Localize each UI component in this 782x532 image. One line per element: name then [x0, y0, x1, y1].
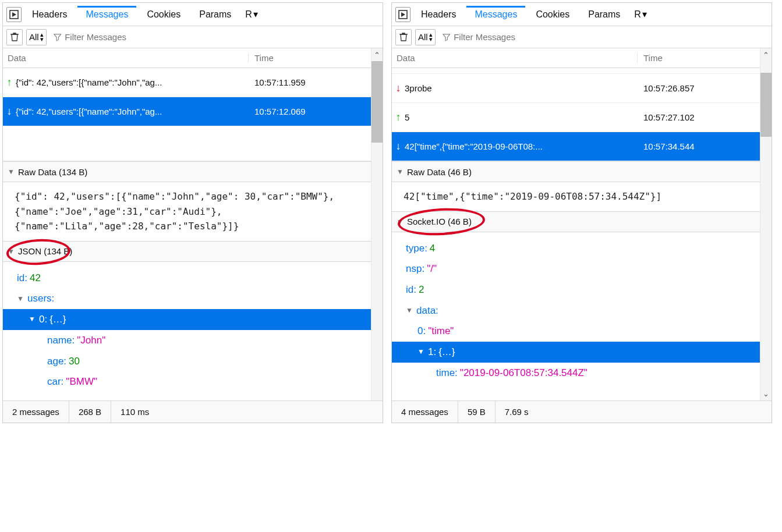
tree-row-users[interactable]: ▼ users:: [3, 288, 371, 309]
tree-row-id[interactable]: id: 2: [392, 279, 760, 300]
tab-params[interactable]: Params: [580, 6, 628, 23]
message-row[interactable]: ↓ 42["time",{"time":"2019-09-06T08:... 1…: [392, 132, 760, 161]
message-time: 10:57:26.857: [638, 83, 760, 93]
tree-row-id[interactable]: id: 42: [3, 268, 371, 289]
chevron-down-icon: ▼: [397, 218, 404, 226]
clear-button[interactable]: [6, 29, 23, 45]
tree-row-d1[interactable]: ▼ 1: {…}: [392, 342, 760, 363]
arrow-up-icon: ↑: [392, 111, 405, 123]
chevron-down-icon: ▾: [642, 9, 647, 20]
val-time: "2019-09-06T08:57:34.544Z": [460, 363, 588, 384]
all-filter-select[interactable]: All ▴▾: [415, 29, 436, 45]
tree-row-data[interactable]: ▼ data:: [392, 300, 760, 321]
tab-headers[interactable]: Headers: [413, 6, 464, 23]
message-time: 10:57:27.102: [638, 112, 760, 122]
tab-params[interactable]: Params: [191, 6, 239, 23]
tree-row-d0[interactable]: 0: "time": [392, 321, 760, 342]
scroll-thumb[interactable]: [760, 73, 772, 137]
svg-marker-1: [12, 12, 16, 17]
tree-row-nsp[interactable]: nsp: "/": [392, 258, 760, 279]
json-section-header[interactable]: ▼ JSON (134 B): [3, 241, 371, 262]
chevron-down-icon: ▼: [29, 312, 37, 327]
tree-row-car[interactable]: car: "BMW": [3, 371, 371, 392]
tree-row-name[interactable]: name: "John": [3, 330, 371, 351]
val-d1: {…}: [438, 342, 455, 363]
tab-r-truncated[interactable]: R ▾: [631, 5, 650, 23]
filter-icon: [443, 33, 451, 41]
message-row[interactable]: ↑ {"id": 42,"users":[{"name":"John","ag.…: [3, 68, 371, 97]
row-partial: [392, 68, 760, 74]
tab-headers[interactable]: Headers: [24, 6, 75, 23]
key-users: users:: [27, 288, 54, 309]
status-duration: 7.69 s: [496, 401, 538, 423]
scrollbar[interactable]: ⌃ ⌄: [760, 48, 772, 400]
raw-data-section-header[interactable]: ▼ Raw Data (46 B): [392, 161, 760, 182]
clear-button[interactable]: [395, 29, 412, 45]
val-0: {…}: [49, 309, 66, 330]
json-title: JSON (134 B): [18, 246, 72, 256]
message-data: {"id": 42,"users":[{"name":"John","ag...: [16, 107, 249, 116]
scroll-thumb[interactable]: [371, 61, 383, 143]
key-0: 0:: [39, 309, 47, 330]
status-message-count: 2 messages: [3, 401, 69, 423]
tree-row-item-0[interactable]: ▼ 0: {…}: [3, 309, 371, 330]
message-row[interactable]: ↑ 5 10:57:27.102: [392, 103, 760, 132]
tree-row-time[interactable]: time: "2019-09-06T08:57:34.544Z": [392, 363, 760, 384]
scroll-down-icon[interactable]: ⌄: [760, 388, 772, 400]
filter-box: [439, 29, 768, 45]
socketio-section-header[interactable]: ▼ Socket.IO (46 B): [392, 211, 760, 232]
all-filter-label: All: [418, 32, 428, 42]
scrollbar[interactable]: ⌃: [371, 48, 383, 400]
key-time: time:: [436, 363, 458, 384]
tab-cookies[interactable]: Cookies: [528, 6, 578, 23]
all-filter-label: All: [29, 32, 39, 42]
raw-data-body: 42["time",{"time":"2019-09-06T08:57:34.5…: [392, 182, 760, 211]
status-message-count: 4 messages: [392, 401, 458, 423]
socketio-tree: type: 4 nsp: "/" id: 2 ▼ data: 0: "tim: [392, 232, 760, 392]
col-header-data[interactable]: Data: [392, 53, 638, 63]
all-filter-select[interactable]: All ▴▾: [26, 29, 47, 45]
message-data: {"id": 42,"users":[{"name":"John","ag...: [16, 77, 249, 87]
socketio-title: Socket.IO (46 B): [407, 217, 472, 226]
status-size: 59 B: [458, 401, 496, 423]
key-data: data:: [416, 300, 438, 321]
tab-messages[interactable]: Messages: [466, 6, 525, 23]
key-id: id:: [17, 268, 27, 289]
table-header: Data Time: [392, 48, 760, 68]
tab-r-label: R: [634, 9, 641, 20]
col-header-time[interactable]: Time: [638, 53, 760, 63]
empty-space: [3, 126, 371, 161]
run-button[interactable]: [395, 7, 411, 22]
tab-cookies[interactable]: Cookies: [139, 6, 189, 23]
key-age: age:: [47, 351, 66, 372]
tab-messages[interactable]: Messages: [77, 6, 136, 23]
raw-data-title: Raw Data (46 B): [407, 167, 472, 177]
message-row[interactable]: ↓ {"id": 42,"users":[{"name":"John","ag.…: [3, 97, 371, 126]
filter-input[interactable]: [65, 32, 376, 42]
devtools-panel-right: Headers Messages Cookies Params R ▾ All …: [391, 2, 772, 423]
key-type: type:: [406, 238, 427, 259]
run-button[interactable]: [6, 7, 22, 22]
message-time: 10:57:11.959: [249, 77, 371, 87]
chevron-down-icon: ▼: [417, 345, 426, 359]
tree-row-type[interactable]: type: 4: [392, 238, 760, 259]
scroll-up-icon[interactable]: ⌃: [371, 48, 383, 61]
message-data: 5: [405, 112, 638, 122]
tab-r-truncated[interactable]: R ▾: [242, 5, 261, 23]
status-size: 268 B: [69, 401, 111, 423]
message-row[interactable]: ↓ 3probe 10:57:26.857: [392, 74, 760, 103]
raw-data-section-header[interactable]: ▼ Raw Data (134 B): [3, 161, 371, 182]
tab-bar: Headers Messages Cookies Params R ▾: [392, 3, 772, 26]
message-data: 42["time",{"time":"2019-09-06T08:...: [405, 141, 638, 151]
filter-input[interactable]: [454, 32, 765, 42]
status-duration: 110 ms: [111, 401, 158, 423]
tree-row-age[interactable]: age: 30: [3, 351, 371, 372]
col-header-data[interactable]: Data: [3, 53, 249, 63]
filter-box: [50, 29, 379, 45]
toolbar: All ▴▾: [3, 26, 383, 48]
scroll-up-icon[interactable]: ⌃: [760, 48, 772, 61]
devtools-panel-left: Headers Messages Cookies Params R ▾ All …: [2, 2, 383, 423]
col-header-time[interactable]: Time: [249, 53, 371, 63]
svg-marker-4: [401, 12, 405, 17]
arrow-down-icon: ↓: [3, 105, 16, 118]
